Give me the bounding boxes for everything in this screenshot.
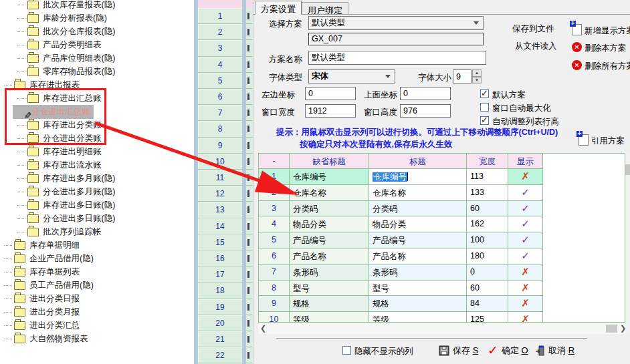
scheme-name-input[interactable] — [308, 51, 486, 65]
table-row[interactable]: 2仓库名称仓库名称133✓ — [259, 185, 543, 201]
width-cell[interactable]: 180 — [467, 248, 508, 264]
row-number-cell[interactable]: 8 — [259, 281, 290, 297]
scroll-left-icon[interactable]: ❮ — [260, 324, 266, 333]
title-cell-editor[interactable]: 仓库编号 — [369, 169, 467, 185]
row-number-cell[interactable]: 6 — [198, 89, 242, 105]
row-number-cell[interactable]: 22 — [198, 347, 242, 363]
tree-item[interactable]: 进出分类日报 — [4, 292, 80, 305]
row-number-cell[interactable]: 15 — [198, 234, 242, 250]
tree-item[interactable]: 批次库存量报表(隐) — [17, 0, 115, 11]
row-number-cell[interactable]: 5 — [198, 73, 242, 89]
tree-item[interactable]: 零库存物品报表(隐) — [17, 65, 115, 78]
row-number-cell[interactable]: 14 — [198, 218, 242, 234]
tree-item[interactable]: 分仓进出多日账(隐) — [17, 212, 115, 225]
row-number-cell[interactable]: 3 — [198, 40, 242, 56]
default-title-cell[interactable]: 分类码 — [290, 201, 369, 217]
default-title-cell[interactable]: 产品名称 — [290, 248, 369, 264]
row-number-cell[interactable]: 19 — [198, 299, 242, 315]
row-number-cell[interactable]: 8 — [198, 121, 242, 137]
reference-scheme-button[interactable]: 引用方案 — [591, 136, 625, 147]
auto-row-height-checkbox[interactable] — [480, 116, 489, 125]
read-from-file-button[interactable]: 从文件读入 — [515, 41, 557, 52]
save-to-file-button[interactable]: 保存到文件 — [512, 23, 554, 35]
reference-scheme-icon[interactable] — [579, 134, 589, 146]
tree-item[interactable]: 企业产品借用(隐) — [4, 252, 94, 265]
table-row[interactable]: 9规格规格84✗ — [259, 296, 543, 312]
delete-scheme-icon[interactable]: ✕ — [572, 42, 582, 52]
title-cell[interactable]: 分类码 — [369, 201, 467, 217]
tree-item[interactable]: 库存进出明细账 — [17, 145, 102, 158]
title-cell[interactable]: 产品编号 — [369, 232, 467, 248]
width-cell[interactable]: 133 — [467, 185, 508, 201]
row-number-cell[interactable]: 9 — [198, 138, 242, 154]
default-title-cell[interactable]: 物品分类 — [290, 216, 369, 232]
row-number-cell[interactable]: 5 — [259, 232, 290, 248]
table-row[interactable]: 7条形码条形码0✗ — [259, 264, 543, 281]
visible-cell[interactable]: ✓ — [508, 232, 543, 248]
row-number-cell[interactable]: 10 — [259, 312, 290, 323]
visible-cell[interactable]: ✗ — [508, 296, 543, 312]
visible-cell[interactable]: ✗ — [508, 312, 543, 323]
scroll-right-icon[interactable]: ❯ — [620, 324, 626, 333]
tree-item[interactable]: 库存进出流水账 — [17, 158, 102, 172]
font-size-stepper[interactable]: ▲▼ — [472, 69, 482, 83]
spin-down-icon[interactable]: ▼ — [472, 77, 482, 84]
row-number-cell[interactable]: 4 — [198, 57, 242, 73]
window-width-input[interactable] — [305, 104, 356, 118]
row-number-cell[interactable]: 2 — [198, 24, 242, 40]
default-title-cell[interactable]: 型号 — [290, 281, 369, 297]
table-row[interactable]: 5产品编号产品编号100✓ — [259, 232, 543, 248]
row-number-cell[interactable]: 4 — [259, 216, 290, 232]
tree-item[interactable]: 产品分类明细表 — [17, 38, 102, 51]
default-title-cell[interactable]: 仓库名称 — [290, 185, 369, 201]
spin-up-icon[interactable]: ▲ — [472, 69, 482, 77]
width-cell[interactable]: 162 — [467, 216, 508, 232]
delete-all-schemes-button[interactable]: 删除所有方案 — [585, 61, 630, 72]
add-scheme-icon[interactable] — [572, 24, 582, 35]
tree-item[interactable]: 库存进出多日账(隐) — [17, 198, 115, 212]
row-number-cell[interactable]: 20 — [198, 315, 242, 331]
ok-button[interactable]: ✓ 确定 O — [488, 345, 528, 357]
table-row[interactable]: 4物品分类物品分类162✓ — [259, 216, 543, 232]
delete-all-schemes-icon[interactable]: ✕ — [572, 60, 582, 70]
tree-item[interactable]: 库龄分析报表(隐) — [17, 11, 107, 25]
table-vertical-scrollbar[interactable] — [625, 153, 630, 335]
table-row[interactable]: 6产品名称产品名称180✓ — [259, 248, 543, 264]
row-number-cell[interactable]: 16 — [198, 250, 242, 266]
row-number-cell[interactable]: 2 — [259, 185, 290, 201]
row-number-cell[interactable]: 9 — [259, 296, 290, 312]
scrollbar-thumb[interactable] — [625, 164, 630, 175]
add-scheme-button[interactable]: 新增显示方案 — [585, 25, 630, 37]
tree-item[interactable]: 产品库位明细表(隐) — [17, 51, 115, 65]
row-number-cell[interactable]: 7 — [259, 264, 290, 281]
title-cell[interactable]: 条形码 — [369, 264, 467, 281]
tree-item[interactable]: 库存单据列表 — [4, 265, 80, 279]
default-title-cell[interactable]: 仓库编号 — [290, 169, 369, 185]
visible-cell[interactable]: ✗ — [508, 169, 543, 185]
tree-item[interactable]: 批次序列追踪帐 — [17, 225, 102, 238]
tree-item[interactable]: 员工产品借用(隐) — [4, 279, 94, 292]
tree-item[interactable]: 进出分类汇总 — [4, 319, 80, 332]
row-number-cell[interactable]: 12 — [198, 186, 242, 202]
width-cell[interactable]: 84 — [467, 296, 508, 312]
default-title-cell[interactable]: 产品编号 — [290, 232, 369, 248]
row-number-cell[interactable]: 21 — [198, 331, 242, 347]
save-button[interactable]: 保存 S — [439, 345, 478, 357]
visible-cell[interactable]: ✓ — [508, 201, 543, 217]
row-number-cell[interactable]: 1 — [198, 8, 242, 24]
title-cell[interactable]: 仓库名称 — [369, 185, 467, 201]
table-row[interactable]: 8型号型号60✗ — [259, 281, 543, 297]
auto-maximize-checkbox[interactable] — [480, 103, 489, 112]
table-row[interactable]: 1仓库编号仓库编号113✗ — [259, 169, 543, 185]
default-scheme-checkbox[interactable] — [480, 89, 489, 98]
window-height-input[interactable] — [400, 104, 451, 118]
top-coord-input[interactable] — [400, 87, 451, 100]
width-cell[interactable]: 113 — [467, 169, 508, 185]
title-cell[interactable]: 型号 — [369, 281, 467, 297]
default-title-cell[interactable]: 规格 — [290, 296, 369, 312]
tab-user-binding[interactable]: 用户绑定 — [302, 2, 348, 15]
scheme-dropdown[interactable]: 默认类型 — [308, 16, 484, 30]
tree-item[interactable]: 分仓进出多月账(隐) — [17, 185, 115, 198]
title-cell[interactable]: 规格 — [369, 296, 467, 312]
tree-item[interactable]: 库存单据明细 — [4, 238, 80, 252]
